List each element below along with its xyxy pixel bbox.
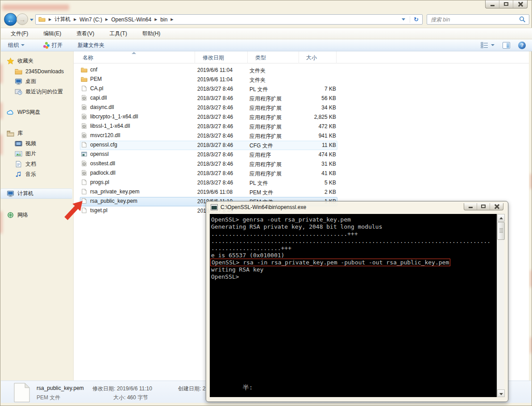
file-row-PEM[interactable]: PEM2019/6/6 11:04文件夹 [74,75,529,84]
console-maximize-button[interactable] [477,203,490,210]
console-body[interactable]: OpenSSL> genrsa -out rsa_private_key.pem… [210,214,504,397]
file-name: openssl [90,151,108,157]
file-row-padlock.dll[interactable]: padlock.dll2018/3/27 8:46应用程序扩展41 KB [74,169,529,178]
menu-item-1[interactable]: 编辑(E) [39,28,66,39]
sidebar-item-WPS网盘[interactable]: WPS网盘 [0,107,73,117]
console-close-button[interactable] [490,203,503,210]
file-row-capi.dll[interactable]: capi.dll2018/3/27 8:46应用程序扩展56 KB [74,94,529,103]
file-type: PL 文件 [249,86,299,93]
file-row-progs.pl[interactable]: progs.pl2018/3/27 8:46PL 文件5 KB [74,178,529,188]
console-app-icon [211,204,218,210]
file-row-libcrypto-1_1-x64.dll[interactable]: libcrypto-1_1-x64.dll2018/3/27 8:46应用程序扩… [74,113,529,122]
file-date: 2018/3/27 8:46 [197,170,247,176]
window-controls [485,0,528,8]
column-header-类型[interactable]: 类型 [248,51,299,63]
sidebar-item-2345Downloads[interactable]: 2345Downloads [0,66,73,76]
breadcrumb-separator-icon: ▶ [170,17,173,21]
list-view-icon [481,42,489,48]
sidebar-item-图片[interactable]: 图片 [0,149,73,159]
change-view-button[interactable] [481,42,495,48]
breadcrumb-separator-icon: ▶ [49,17,51,21]
close-button[interactable] [513,0,527,8]
menu-item-2[interactable]: 查看(V) [72,28,99,39]
file-size: 11 KB [300,142,336,148]
file-name: capi.dll [90,95,107,101]
organize-label: 组织 [8,42,19,49]
menu-item-4[interactable]: 帮助(H) [138,28,165,39]
breadcrumb-segment[interactable]: OpenSSL-Win64 [111,17,151,23]
sidebar-item-音乐[interactable]: 音乐 [0,169,73,180]
console-minimize-button[interactable] [464,203,477,210]
file-date: 2018/3/27 8:46 [197,105,247,111]
file-type: 应用程序扩展 [249,114,299,121]
sidebar-item-桌面[interactable]: 桌面 [0,76,73,87]
dll-icon [81,123,87,129]
column-headers: 名称修改日期类型大小 [74,51,529,63]
breadcrumb-segment[interactable]: bin [160,17,167,23]
file-type: 应用程序 [249,151,299,159]
file-type: 文件夹 [249,67,299,75]
file-type: CFG 文件 [249,142,299,150]
column-header-label: 大小 [301,54,317,61]
sidebar-item-收藏夹[interactable]: 收藏夹 [0,56,73,66]
sidebar-item-视频[interactable]: 视频 [0,138,73,149]
file-date: 2019/6/6 11:04 [197,76,247,83]
dll-icon [81,95,87,101]
file-row-openssl[interactable]: openssl2018/3/27 8:46应用程序474 KB [74,150,529,159]
search-icon[interactable] [519,16,526,23]
minimize-button[interactable] [486,0,499,8]
search-input[interactable] [427,17,519,23]
sidebar-item-库[interactable]: 库 [0,128,73,138]
maximize-button[interactable] [499,0,513,8]
file-row-msvcr120.dll[interactable]: msvcr120.dll2018/3/27 8:46应用程序扩展941 KB [74,131,529,141]
file-row-openssl.cfg[interactable]: openssl.cfg2018/3/27 8:46CFG 文件11 KB [74,141,529,150]
details-size: 大小: 460 字节 [113,394,148,402]
scrollbar-thumb[interactable] [497,222,505,240]
sidebar-item-label: 桌面 [25,78,36,85]
ime-indicator: 半: [243,384,253,392]
console-scrollbar[interactable] [497,214,504,397]
column-header-大小[interactable]: 大小 [299,51,337,63]
dll-icon [81,160,87,167]
organize-button[interactable]: 组织 [4,40,28,50]
picture-icon [15,151,22,157]
file-date: 2018/3/27 8:46 [197,95,247,101]
file-row-CA.pl[interactable]: CA.pl2018/3/27 8:46PL 文件7 KB [74,84,529,94]
recent-pages-dropdown[interactable] [30,19,33,21]
open-button[interactable]: 打开 [40,40,66,50]
file-row-libssl-1_1-x64.dll[interactable]: libssl-1_1-x64.dll2018/3/27 8:46应用程序扩展47… [74,122,529,131]
menu-item-0[interactable]: 文件(F) [6,28,33,39]
console-title-bar[interactable]: C:\OpenSSL-Win64\bin\openssl.exe [211,204,306,210]
file-type: PEM 文件 [249,189,299,197]
column-header-修改日期[interactable]: 修改日期 [195,51,248,63]
back-button[interactable]: ← [4,13,17,26]
breadcrumb-segment[interactable]: 计算机 [54,16,71,23]
new-folder-button[interactable]: 新建文件夹 [74,40,108,50]
file-row-ossltest.dll[interactable]: ossltest.dll2018/3/27 8:46应用程序扩展31 KB [74,159,529,169]
address-dropdown-icon[interactable] [402,18,405,21]
maximize-icon [481,205,486,208]
console-line: writing RSA key [211,266,497,273]
refresh-button[interactable]: ↻ [410,16,422,23]
sidebar-item-label: 2345Downloads [25,68,64,75]
dll-icon [81,113,87,120]
file-row-dasync.dll[interactable]: dasync.dll2018/3/27 8:46应用程序扩展34 KB [74,103,529,113]
sidebar-item-最近访问的位置[interactable]: 最近访问的位置 [0,87,73,97]
sidebar-item-文档[interactable]: 文档 [0,159,73,169]
preview-pane-button[interactable] [503,42,510,49]
file-date: 2018/3/27 8:46 [197,161,247,167]
sidebar-item-label: 视频 [25,140,36,147]
file-type: 文件夹 [249,76,299,84]
breadcrumb[interactable]: ▶计算机▶Win7 (C:)▶OpenSSL-Win64▶bin▶ ↻ [35,14,423,25]
scroll-down-button[interactable] [497,389,505,397]
file-size: 34 KB [300,105,336,111]
file-row-rsa_private_key.pem[interactable]: rsa_private_key.pem2019/6/6 11:08PEM 文件2… [74,188,529,197]
scroll-up-button[interactable] [497,214,505,222]
help-button[interactable]: ? [518,42,526,49]
menu-item-3[interactable]: 工具(T) [105,28,131,39]
forward-button[interactable]: → [17,13,28,25]
file-icon [81,188,87,195]
breadcrumb-separator-icon: ▶ [154,17,157,21]
file-row-cnf[interactable]: cnf2019/6/6 11:04文件夹 [74,66,529,75]
breadcrumb-segment[interactable]: Win7 (C:) [79,17,102,23]
